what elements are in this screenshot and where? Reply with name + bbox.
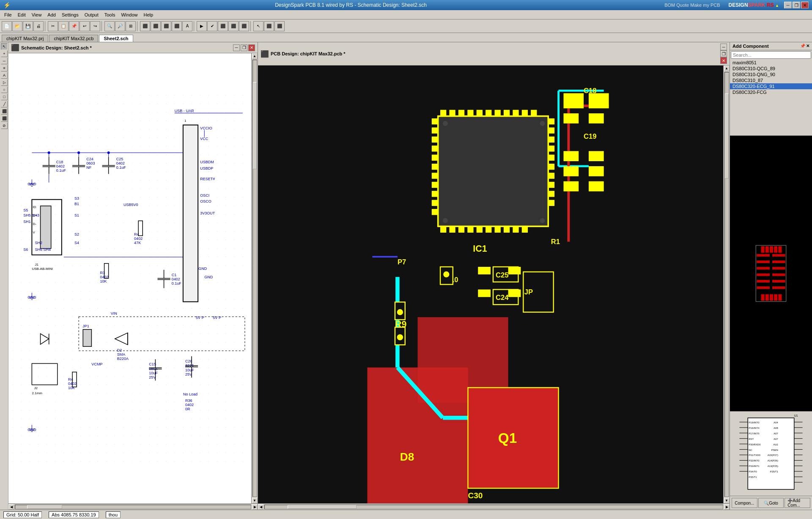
pcb-scroll-up[interactable]: ▲	[724, 66, 730, 71]
tb-print[interactable]: 🖨	[33, 21, 44, 31]
sch-restore[interactable]: ❐	[241, 44, 247, 51]
pcb-scroll-right[interactable]: ▶	[724, 504, 730, 510]
menu-view[interactable]: View	[29, 11, 44, 18]
pcb-minimize[interactable]: ─	[720, 44, 727, 50]
tb-paste[interactable]: 📌	[69, 21, 79, 31]
tool-bus[interactable]: ≡	[1, 65, 8, 71]
pcb-canvas[interactable]: C25 C24 JP R1 C19	[258, 66, 723, 503]
menu-file[interactable]: File	[2, 11, 14, 18]
tb-sep3	[137, 21, 139, 31]
restore-button[interactable]: ❐	[793, 2, 800, 8]
tb-run[interactable]: ▶	[197, 21, 207, 31]
tb-cut[interactable]: ✂	[48, 21, 58, 31]
sch-scroll-up[interactable]: ▲	[252, 53, 258, 59]
tb-wire[interactable]: ⬛	[151, 21, 161, 31]
menu-tools[interactable]: Tools	[102, 11, 118, 18]
tb-misc4[interactable]: ⬛	[264, 21, 274, 31]
minimize-button[interactable]: ─	[784, 2, 792, 8]
tool-misc1[interactable]: ⬛	[1, 108, 8, 115]
tab-project[interactable]: chipKIT Max32.prj	[2, 35, 48, 42]
sch-scroll-down[interactable]: ▼	[252, 498, 258, 503]
tb-redo[interactable]: ↪	[90, 21, 100, 31]
tool-add[interactable]: +	[1, 50, 8, 57]
sch-scroll-track-v[interactable]	[252, 60, 257, 497]
menu-add[interactable]: Add	[45, 11, 58, 18]
component-search-input[interactable]	[731, 51, 811, 59]
tb-new[interactable]: 📄	[2, 21, 12, 31]
pcb-scroll-track-v[interactable]	[724, 72, 729, 497]
tb-misc2[interactable]: ⬛	[228, 21, 239, 31]
svg-text:P34/T0: P34/T0	[749, 470, 757, 473]
tool-select[interactable]: ↖	[1, 43, 8, 50]
tb-save[interactable]: 💾	[23, 21, 33, 31]
pcb-scroll-down[interactable]: ▼	[724, 498, 730, 503]
tb-bus[interactable]: ⬛	[161, 21, 171, 31]
tab-pcb[interactable]: chipKIT Max32.pcb	[49, 35, 98, 42]
comp-ds80c310-qcg89[interactable]: DS80C310-QCG_89	[730, 66, 812, 71]
pcb-scroll-thumb-h[interactable]	[288, 505, 356, 509]
menu-window[interactable]: Window	[118, 11, 140, 18]
goto-button[interactable]: 🔍Goto	[758, 498, 784, 508]
tool-text[interactable]: A	[1, 72, 8, 79]
tool-line[interactable]: ╱	[1, 101, 8, 107]
pcb-vscrollbar[interactable]: ▲ ▼	[723, 66, 730, 503]
tb-misc5[interactable]: ⬛	[274, 21, 285, 31]
sch-minimize[interactable]: ─	[233, 44, 240, 51]
menu-settings[interactable]: Settings	[59, 11, 81, 18]
tb-zoom-fit[interactable]: ⊞	[126, 21, 136, 31]
pcb-close[interactable]: ✕	[720, 57, 727, 64]
pcb-restore[interactable]: ❐	[720, 50, 727, 57]
pcb-scroll-track-h[interactable]	[264, 505, 723, 509]
component-add-button[interactable]: Compon...	[732, 498, 757, 508]
tool-wire[interactable]: ─	[1, 58, 8, 64]
menu-output[interactable]: Output	[82, 11, 101, 18]
pcb-controls[interactable]: ─ ❐ ✕	[720, 44, 727, 64]
sch-scroll-track-h[interactable]	[15, 505, 251, 509]
close-button[interactable]: ✕	[801, 2, 809, 8]
tool-pin[interactable]: ▷	[1, 79, 8, 86]
comp-ds80c310-87[interactable]: DS80C310_87	[730, 77, 812, 83]
comp-ds80c320-fcg[interactable]: DS80C320-FCG	[730, 89, 812, 95]
svg-text:RST: RST	[749, 438, 754, 440]
panel-close-icon[interactable]: ✕	[806, 44, 809, 49]
comp-ds80c310-qng90[interactable]: DS80C310-QNG_90	[730, 71, 812, 77]
pcb-scroll-thumb-v[interactable]	[725, 93, 729, 178]
tb-open[interactable]: 📂	[12, 21, 22, 31]
tb-misc1[interactable]: ⬛	[218, 21, 228, 31]
tb-select[interactable]: ↖	[253, 21, 263, 31]
tool-circle[interactable]: ○	[1, 86, 8, 93]
tool-misc2[interactable]: ⬛	[1, 115, 8, 122]
pcb-scroll-left[interactable]: ◀	[258, 504, 263, 510]
tb-copy[interactable]: 📋	[58, 21, 69, 31]
tb-misc3[interactable]: ⬛	[239, 21, 249, 31]
tool-misc3[interactable]: ⊘	[1, 122, 8, 129]
pcb-hscrollbar[interactable]: ◀ ▶	[258, 503, 730, 510]
tb-zoom-in[interactable]: 🔍	[104, 21, 115, 31]
schematic-controls[interactable]: ─ ❐ ✕	[233, 44, 255, 51]
tb-component[interactable]: ⬛	[140, 21, 150, 31]
tb-undo[interactable]: ↩	[80, 21, 90, 31]
sch-scroll-left[interactable]: ◀	[8, 504, 14, 510]
schematic-canvas[interactable]: USB - UAR VCCIO VCC USBDM USBDP RESET#	[8, 53, 251, 503]
component-list[interactable]: maxim8051 DS80C310-QCG_89 DS80C310-QNG_9…	[730, 60, 812, 136]
sch-scroll-thumb-v[interactable]	[253, 82, 257, 169]
tab-schematic[interactable]: Sheet2.sch	[99, 35, 133, 42]
panel-pin-icon[interactable]: 📌	[800, 44, 805, 49]
menu-edit[interactable]: Edit	[15, 11, 28, 18]
add-comp-button[interactable]: ➕Add Com...	[785, 498, 810, 508]
tb-sep1	[45, 21, 47, 31]
schematic-vscrollbar[interactable]: ▲ ▼	[251, 53, 258, 503]
tb-zoom-out[interactable]: 🔎	[115, 21, 125, 31]
comp-ds80c320-ecg91[interactable]: DS80C320-ECG_91	[730, 83, 812, 89]
menu-help[interactable]: Help	[141, 11, 156, 18]
comp-maxim8051[interactable]: maxim8051	[730, 60, 812, 66]
sch-close[interactable]: ✕	[248, 44, 255, 51]
tool-rect[interactable]: □	[1, 93, 8, 100]
tb-net[interactable]: ⬛	[172, 21, 182, 31]
schematic-hscrollbar[interactable]: ◀ ▶	[8, 503, 258, 510]
tb-check[interactable]: ✔	[207, 21, 217, 31]
sch-scroll-right[interactable]: ▶	[252, 504, 258, 510]
tb-text[interactable]: A	[182, 21, 192, 31]
sch-scroll-thumb-h[interactable]	[27, 505, 63, 509]
window-controls[interactable]: ─ ❐ ✕	[784, 2, 809, 8]
